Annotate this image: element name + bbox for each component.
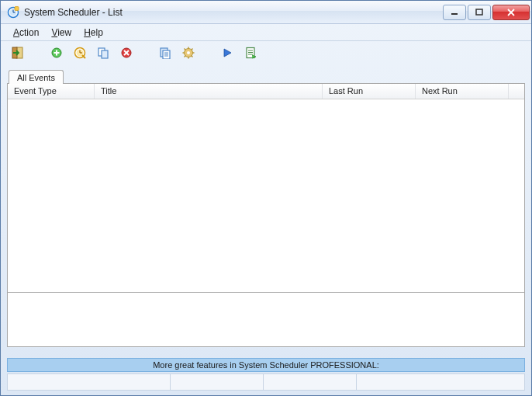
svg-rect-19: [102, 50, 108, 58]
window-controls: [441, 5, 530, 20]
pro-banner-text: More great features in System Scheduler …: [153, 360, 379, 370]
minimize-button[interactable]: [443, 5, 466, 20]
svg-line-34: [185, 49, 186, 50]
app-icon: [7, 6, 19, 19]
delete-event-button[interactable]: [117, 43, 136, 62]
menu-action[interactable]: Action: [7, 26, 45, 40]
settings-button[interactable]: [179, 43, 198, 62]
status-cell-2: [171, 374, 264, 390]
column-headers: Event Type Title Last Run Next Run: [8, 84, 524, 99]
col-title[interactable]: Title: [95, 84, 323, 99]
copy-all-button[interactable]: [156, 43, 174, 62]
pro-banner[interactable]: More great features in System Scheduler …: [7, 358, 525, 372]
col-next-run[interactable]: Next Run: [416, 84, 509, 99]
client-area: All Events Event Type Title Last Run Nex…: [7, 66, 525, 347]
svg-rect-4: [15, 6, 19, 10]
tab-all-events[interactable]: All Events: [9, 70, 64, 84]
menubar: Action View Help: [1, 24, 531, 41]
status-cell-4: [357, 374, 524, 390]
menu-help[interactable]: Help: [78, 26, 109, 40]
run-button[interactable]: [218, 43, 237, 62]
col-event-type[interactable]: Event Type: [8, 84, 95, 99]
list-body[interactable]: [8, 99, 524, 292]
detail-panel: [7, 293, 525, 347]
col-spacer: [509, 84, 524, 99]
status-cell-3: [264, 374, 357, 390]
copy-event-button[interactable]: [94, 43, 112, 62]
edit-event-button[interactable]: [71, 43, 89, 62]
titlebar[interactable]: System Scheduler - List: [1, 1, 531, 24]
event-list[interactable]: Event Type Title Last Run Next Run: [7, 83, 525, 293]
toolbar: [1, 41, 531, 64]
menu-view[interactable]: View: [45, 26, 78, 40]
svg-line-37: [185, 56, 186, 57]
svg-line-35: [192, 56, 193, 57]
close-button[interactable]: [492, 5, 530, 20]
tabstrip: All Events: [7, 66, 525, 83]
status-cell-1: [8, 374, 171, 390]
new-event-button[interactable]: [47, 43, 66, 62]
app-window: System Scheduler - List Action View Help: [0, 0, 532, 396]
svg-rect-6: [476, 9, 482, 15]
col-last-run[interactable]: Last Run: [323, 84, 416, 99]
svg-line-36: [192, 49, 193, 50]
statusbar: [7, 373, 525, 391]
window-title: System Scheduler - List: [24, 7, 441, 18]
log-button[interactable]: [241, 43, 260, 62]
maximize-button[interactable]: [468, 5, 491, 20]
svg-point-29: [187, 51, 190, 54]
exit-button[interactable]: [9, 43, 27, 62]
